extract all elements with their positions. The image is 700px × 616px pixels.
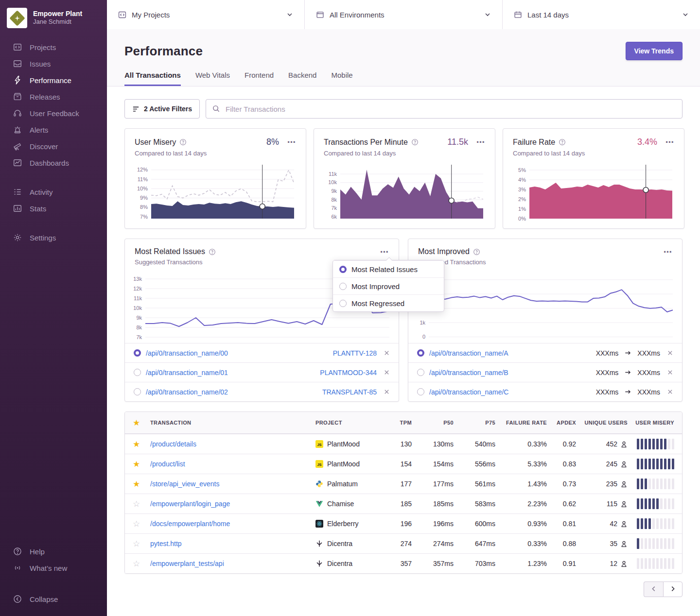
question-circle-icon[interactable] xyxy=(209,248,216,256)
star-toggle[interactable]: ★ xyxy=(133,440,140,448)
transaction-link[interactable]: /empowerplant/login_page xyxy=(150,500,230,508)
card-value: 3.4% xyxy=(637,137,657,147)
card-menu-button[interactable]: ⋯ xyxy=(664,248,672,256)
close-icon[interactable] xyxy=(667,389,673,395)
star-toggle[interactable]: ☆ xyxy=(133,560,140,568)
card-menu-button[interactable]: ⋯ xyxy=(287,138,296,146)
sidebar-item-user-feedback[interactable]: User Feedback xyxy=(0,105,107,121)
nav-item-label: Collapse xyxy=(30,595,58,603)
menu-option-radio[interactable] xyxy=(339,266,347,273)
issue-link[interactable]: TRANSPLANT-85 xyxy=(322,388,377,396)
star-toggle[interactable]: ★ xyxy=(133,480,140,488)
transaction-link[interactable]: /api/0/transaction_name/02 xyxy=(146,388,228,396)
transaction-radio[interactable] xyxy=(134,349,141,357)
chevron-left-icon xyxy=(650,585,657,594)
col-failure-rate[interactable]: FAILURE RATE xyxy=(499,420,551,426)
transaction-link[interactable]: /api/0/transaction_name/B xyxy=(429,369,508,376)
transaction-link[interactable]: /api/0/transaction_name/00 xyxy=(146,349,228,357)
question-circle-icon[interactable] xyxy=(473,248,480,256)
menu-option-radio[interactable] xyxy=(339,283,347,290)
pagination-prev-button[interactable] xyxy=(644,582,663,597)
transaction-link[interactable]: /store/api_view_events xyxy=(150,480,219,488)
transaction-link[interactable]: /empowerplant_tests/api xyxy=(150,560,224,567)
sidebar-item-performance[interactable]: Performance xyxy=(0,72,107,88)
transaction-link[interactable]: /docs/empowerplant/home xyxy=(150,520,230,528)
close-icon[interactable] xyxy=(667,350,673,356)
close-icon[interactable] xyxy=(384,389,390,395)
issue-link[interactable]: PLANTMOOD-344 xyxy=(320,369,377,376)
selector-all-environments[interactable]: All Environments xyxy=(305,0,503,29)
pagination-next-button[interactable] xyxy=(663,582,682,597)
table-row: ☆ /empowerplant_tests/api Dicentra 357 3… xyxy=(125,553,682,573)
svg-text:3%: 3% xyxy=(518,187,526,192)
menu-option-most-improved[interactable]: Most Improved xyxy=(333,277,444,294)
view-trends-button[interactable]: View Trends xyxy=(626,42,682,60)
star-toggle[interactable]: ★ xyxy=(133,460,140,468)
tab-mobile[interactable]: Mobile xyxy=(331,71,352,86)
close-icon[interactable] xyxy=(384,369,390,376)
transactions-table: ★ TRANSACTION PROJECT TPM P50 P75 FAILUR… xyxy=(124,411,682,574)
sidebar-item-discover[interactable]: Discover xyxy=(0,138,107,154)
col-transaction[interactable]: TRANSACTION xyxy=(146,420,312,426)
col-project[interactable]: PROJECT xyxy=(312,420,385,426)
col-unique-users[interactable]: UNIQUE USERS xyxy=(580,420,631,426)
apdex-value: 0.91 xyxy=(551,560,580,567)
sidebar-item-issues[interactable]: Issues xyxy=(0,55,107,72)
sidebar-item-stats[interactable]: Stats xyxy=(0,200,107,217)
col-p50[interactable]: P50 xyxy=(416,420,457,426)
question-circle-icon[interactable] xyxy=(559,138,566,146)
close-icon[interactable] xyxy=(384,350,390,356)
sidebar-footer-item-what-s-new[interactable]: What’s new xyxy=(0,560,107,576)
sidebar-item-activity[interactable]: Activity xyxy=(0,184,107,200)
selector-label: All Environments xyxy=(330,11,385,19)
card-menu-button[interactable]: ⋯ xyxy=(380,248,389,256)
sidebar-item-dashboards[interactable]: Dashboards xyxy=(0,154,107,171)
star-toggle[interactable]: ☆ xyxy=(133,540,140,548)
transaction-link[interactable]: /product/list xyxy=(150,460,185,468)
question-circle-icon[interactable] xyxy=(179,138,187,146)
question-circle-icon[interactable] xyxy=(411,138,419,146)
transaction-search-input[interactable] xyxy=(206,99,682,119)
sidebar-item-releases[interactable]: Releases xyxy=(0,88,107,105)
sidebar-item-projects[interactable]: Projects xyxy=(0,39,107,55)
transaction-radio[interactable] xyxy=(134,388,141,395)
transaction-link[interactable]: pytest.http xyxy=(150,540,182,548)
sidebar-footer-item-help[interactable]: Help xyxy=(0,543,107,560)
svg-text:8k: 8k xyxy=(331,197,337,203)
transaction-link[interactable]: /api/0/transaction_name/01 xyxy=(146,369,228,376)
col-tpm[interactable]: TPM xyxy=(385,420,416,426)
star-toggle[interactable]: ☆ xyxy=(133,500,140,508)
tab-frontend[interactable]: Frontend xyxy=(245,71,274,86)
col-apdex[interactable]: APDEX xyxy=(551,420,580,426)
sidebar-item-settings[interactable]: Settings xyxy=(0,229,107,246)
projects-folder-icon xyxy=(118,10,127,19)
menu-option-most-regressed[interactable]: Most Regressed xyxy=(333,294,444,311)
transaction-radio[interactable] xyxy=(417,388,424,395)
transaction-radio[interactable] xyxy=(417,349,424,357)
transaction-link[interactable]: /api/0/transaction_name/A xyxy=(429,349,508,357)
issue-link[interactable]: PLANTTV-128 xyxy=(333,349,377,357)
tab-backend[interactable]: Backend xyxy=(288,71,316,86)
tab-all-transactions[interactable]: All Transactions xyxy=(124,71,181,86)
col-p75[interactable]: P75 xyxy=(457,420,499,426)
menu-option-radio[interactable] xyxy=(339,300,347,307)
close-icon[interactable] xyxy=(667,369,673,376)
col-user-misery[interactable]: USER MISERY xyxy=(631,420,682,426)
card-menu-button[interactable]: ⋯ xyxy=(665,138,674,146)
sidebar-item-alerts[interactable]: Alerts xyxy=(0,121,107,138)
transaction-link[interactable]: /api/0/transaction_name/C xyxy=(429,388,508,396)
sidebar-footer-item-collapse[interactable]: Collapse xyxy=(0,591,107,607)
suggested-transaction-row: /api/0/transaction_name/00 PLANTTV-128 xyxy=(125,343,399,362)
transaction-link[interactable]: /product/details xyxy=(150,440,196,448)
transaction-radio[interactable] xyxy=(134,369,141,376)
star-toggle[interactable]: ☆ xyxy=(133,520,140,528)
org-switcher[interactable]: Empower Plant Jane Schmidt xyxy=(0,0,107,39)
active-filters-button[interactable]: 2 Active Filters xyxy=(124,99,200,119)
card-menu-button[interactable]: ⋯ xyxy=(476,138,485,146)
failure-rate-value: 5.33% xyxy=(499,460,551,468)
tab-web-vitals[interactable]: Web Vitals xyxy=(195,71,230,86)
transaction-radio[interactable] xyxy=(417,369,424,376)
selector-my-projects[interactable]: My Projects xyxy=(107,0,305,29)
selector-last-14-days[interactable]: Last 14 days xyxy=(503,0,700,29)
svg-text:12%: 12% xyxy=(137,167,148,172)
